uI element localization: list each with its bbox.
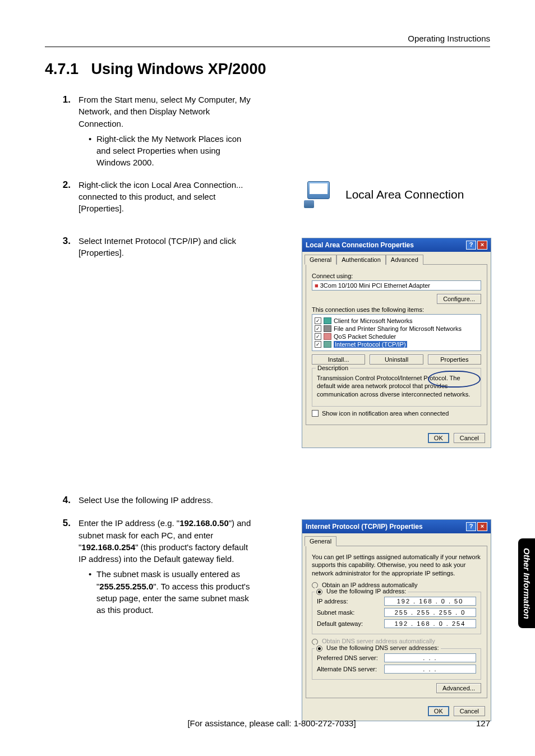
radio-use-following[interactable] [316, 589, 322, 595]
dns-manual-group: Use the following DNS server addresses: … [312, 648, 481, 680]
uninstall-button[interactable]: Uninstall [370, 354, 423, 365]
preferred-dns-field[interactable]: . . . [384, 653, 476, 662]
tab-advanced[interactable]: Advanced [386, 255, 423, 265]
step-1-num: 1. [45, 94, 79, 169]
bullet-dot: • [89, 133, 96, 169]
side-tab: Other Information [518, 538, 535, 628]
install-button[interactable]: Install... [312, 354, 365, 365]
default-gateway-label: Default gateway: [317, 620, 384, 627]
section-title: 4.7.1 Using Windows XP/2000 [45, 61, 490, 78]
description-group: Description Transmission Control Protoco… [312, 368, 481, 407]
checkbox-icon[interactable] [315, 341, 321, 348]
subnet-mask-label: Subnet mask: [317, 609, 384, 616]
tab-general[interactable]: General [305, 536, 336, 546]
ip-address-field[interactable]: 192 . 168 . 0 . 50 [384, 597, 476, 606]
tab-authentication[interactable]: Authentication [336, 255, 386, 265]
checkbox-icon[interactable] [315, 325, 321, 332]
alternate-dns-field[interactable]: . . . [384, 665, 476, 674]
step-4: 4. Select Use the following IP address. [45, 494, 490, 507]
list-item[interactable]: Client for Microsoft Networks [315, 317, 478, 325]
header-rule [45, 47, 490, 47]
section-title-text: Using Windows XP/2000 [91, 61, 266, 77]
list-item[interactable]: File and Printer Sharing for Microsoft N… [315, 325, 478, 333]
item-label: QoS Packet Scheduler [334, 333, 396, 340]
show-icon-checkbox[interactable] [312, 410, 319, 417]
step-5-bullet-1: The subnet mask is usually entered as "2… [96, 568, 255, 616]
opt-use-following-label: Use the following IP address: [326, 588, 406, 594]
ok-button[interactable]: OK [428, 433, 449, 443]
step-3-num: 3. [45, 235, 79, 259]
help-icon[interactable]: ? [466, 522, 476, 531]
configure-button[interactable]: Configure... [437, 294, 481, 304]
header-right-text: Operating Instructions [45, 34, 490, 43]
cancel-button[interactable]: Cancel [454, 706, 485, 716]
step-4-num: 4. [45, 494, 79, 507]
ip-address-label: IP address: [317, 598, 384, 605]
item-label: Internet Protocol (TCP/IP) [334, 341, 407, 348]
uses-items-label: This connection uses the following items… [312, 306, 481, 313]
opt-obtain-auto-label: Obtain an IP address automatically [322, 582, 417, 588]
checkbox-icon[interactable] [315, 333, 321, 340]
connection-items-list: Client for Microsoft Networks File and P… [312, 314, 481, 351]
step-1-bullet-1: Right-click the My Network Places icon a… [96, 133, 255, 169]
step-5-num: 5. [45, 517, 79, 616]
ip-manual-group: Use the following IP address: IP address… [312, 592, 481, 634]
lac-icon-label: Local Area Connection [345, 188, 464, 201]
lacp-tabstrip: General Authentication Advanced [302, 252, 491, 264]
tcpip-icon [324, 341, 331, 348]
step-2-text: Right-click the icon Local Area Connecti… [79, 180, 243, 214]
footer-assist-text: [For assistance, please call: 1-800-272-… [67, 718, 476, 728]
tab-general[interactable]: General [305, 255, 336, 265]
adapter-field: ■ 3Com 10/100 Mini PCI Ethernet Adapter [312, 280, 481, 291]
list-item[interactable]: QoS Packet Scheduler [315, 333, 478, 340]
checkbox-icon[interactable] [315, 317, 321, 324]
tcpip-title: Internet Protocol (TCP/IP) Properties [306, 523, 423, 531]
lac-icon [301, 178, 334, 211]
tcpip-intro-text: You can get IP settings assigned automat… [312, 553, 481, 577]
list-item[interactable]: Internet Protocol (TCP/IP) [315, 340, 478, 348]
show-icon-label: Show icon in notification area when conn… [322, 410, 449, 417]
section-number: 4.7.1 [45, 61, 79, 77]
bullet-dot: • [89, 568, 96, 616]
close-icon[interactable]: × [477, 241, 487, 250]
step-1-text: From the Start menu, select My Computer,… [79, 95, 251, 128]
close-icon[interactable]: × [477, 522, 487, 531]
item-label: Client for Microsoft Networks [334, 317, 413, 324]
opt-dns-auto-label: Obtain DNS server address automatically [322, 638, 435, 644]
step-2-num: 2. [45, 179, 79, 215]
step-5-text: Enter the IP address (e.g. "192.168.0.50… [79, 518, 251, 564]
step-3-text: Select Internet Protocol (TCP/IP) and cl… [79, 236, 236, 257]
page-number: 127 [476, 718, 490, 728]
lac-icon-figure: Local Area Connection [301, 173, 491, 216]
description-heading: Description [316, 365, 350, 371]
opt-dns-manual-label: Use the following DNS server addresses: [326, 644, 439, 651]
lacp-titlebar: Local Area Connection Properties ? × [302, 238, 491, 252]
description-text: Transmission Control Protocol/Internet P… [317, 374, 476, 398]
cancel-button[interactable]: Cancel [454, 433, 485, 443]
help-icon[interactable]: ? [466, 241, 476, 250]
connect-using-label: Connect using: [312, 273, 481, 279]
step-1: 1. From the Start menu, select My Comput… [45, 94, 490, 169]
lacp-dialog: Local Area Connection Properties ? × Gen… [302, 238, 491, 448]
adapter-name: 3Com 10/100 Mini PCI Ethernet Adapter [320, 282, 430, 289]
default-gateway-field[interactable]: 192 . 168 . 0 . 254 [384, 619, 476, 628]
qos-icon [324, 333, 331, 340]
network-client-icon [324, 317, 331, 324]
page-footer: [For assistance, please call: 1-800-272-… [45, 718, 490, 728]
alternate-dns-label: Alternate DNS server: [317, 666, 384, 672]
properties-button[interactable]: Properties [428, 354, 481, 365]
tcpip-dialog: Internet Protocol (TCP/IP) Properties ? … [302, 519, 491, 721]
ok-button[interactable]: OK [428, 706, 449, 716]
item-label: File and Printer Sharing for Microsoft N… [334, 325, 462, 332]
tcpip-titlebar: Internet Protocol (TCP/IP) Properties ? … [302, 520, 491, 533]
file-printer-icon [324, 325, 331, 332]
preferred-dns-label: Preferred DNS server: [317, 654, 384, 661]
advanced-button[interactable]: Advanced... [436, 683, 481, 693]
lacp-title: Local Area Connection Properties [306, 241, 414, 249]
step-4-text: Select Use the following IP address. [79, 495, 213, 505]
radio-dns-manual[interactable] [316, 646, 322, 652]
subnet-mask-field[interactable]: 255 . 255 . 255 . 0 [384, 608, 476, 617]
